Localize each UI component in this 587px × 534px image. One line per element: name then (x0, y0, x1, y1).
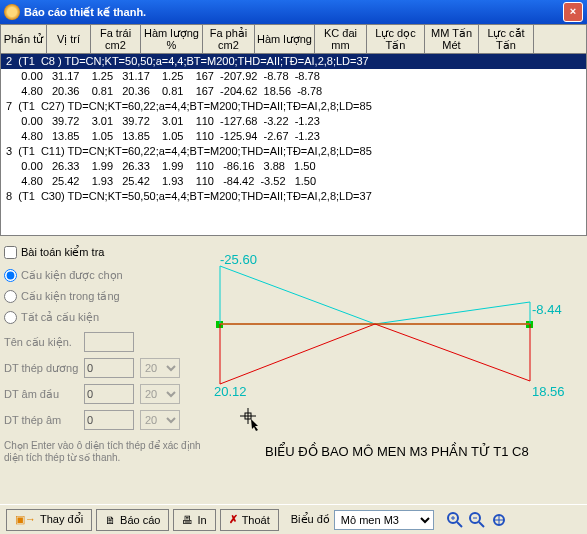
exit-button[interactable]: ✗ Thoát (220, 509, 279, 531)
label-f2: DT âm đầu (4, 388, 84, 401)
table-row[interactable]: 4.80 20.36 0.81 20.36 0.81 167 -204.62 1… (1, 84, 586, 99)
series-bot (220, 324, 530, 384)
label-ten: Tên cấu kiện. (4, 336, 84, 349)
dd-f3: 20 (140, 410, 180, 430)
chart-label-br: 18.56 (532, 384, 565, 399)
col-header[interactable]: Hàm lượng (255, 25, 315, 53)
table-row[interactable]: 2 (T1 C8 ) TD=CN;KT=50,50;a=4,4;BT=M200;… (1, 54, 586, 69)
table-row[interactable]: 8 (T1 C30) TD=CN;KT=50,50;a=4,4;BT=M200;… (1, 189, 586, 204)
col-header[interactable]: Vị trí (47, 25, 91, 53)
radio-option[interactable]: Tất cả cấu kiện (4, 311, 204, 324)
options-panel: Bài toán kiểm tra Cấu kiện được chọnCấu … (4, 242, 204, 464)
cursor-icon (240, 408, 258, 431)
col-header[interactable]: Phần tử (1, 25, 47, 53)
close-icon[interactable]: × (563, 2, 583, 22)
plot-label: Biểu đồ (291, 513, 330, 526)
chart-label-tl: -25.60 (220, 252, 257, 267)
table-row[interactable]: 4.80 25.42 1.93 25.42 1.93 110 -84.42 -3… (1, 174, 586, 189)
input-f1 (84, 358, 134, 378)
col-header[interactable]: Lực cắtTấn (479, 25, 534, 53)
button-bar: ▣→ Thay đổi 🗎 Báo cáo 🖶 In ✗ Thoát Biểu … (0, 504, 587, 534)
table-row[interactable]: 7 (T1 C27) TD=CN;KT=60,22;a=4,4;BT=M200;… (1, 99, 586, 114)
col-header[interactable]: MM TấnMét (425, 25, 479, 53)
change-button[interactable]: ▣→ Thay đổi (6, 509, 92, 531)
input-f2 (84, 384, 134, 404)
col-header[interactable]: Fa phảicm2 (203, 25, 255, 53)
table-row[interactable]: 0.00 39.72 3.01 39.72 3.01 110 -127.68 -… (1, 114, 586, 129)
plot-select[interactable]: Mô men M3 (334, 510, 434, 530)
input-f3 (84, 410, 134, 430)
col-header[interactable]: Fa tráicm2 (91, 25, 141, 53)
zoom-in-icon[interactable] (446, 511, 464, 529)
change-icon: ▣→ (15, 513, 36, 526)
chart-title: BIỂU ĐỒ BAO MÔ MEN M3 PHẦN TỬ T1 C8 (265, 442, 529, 459)
label-f3: DT thép âm (4, 414, 84, 426)
table-row[interactable]: 3 (T1 C11) TD=CN;KT=60,22;a=4,4;BT=M200;… (1, 144, 586, 159)
chart-label-bl: 20.12 (214, 384, 247, 399)
exit-icon: ✗ (229, 513, 238, 526)
radio-option[interactable]: Cấu kiện trong tầng (4, 290, 204, 303)
print-icon: 🖶 (182, 514, 193, 526)
radio-input[interactable] (4, 269, 17, 282)
chart-label-tr: -8.44 (532, 302, 562, 317)
checkbox-label: Bài toán kiểm tra (21, 246, 104, 259)
col-header[interactable]: KC đaimm (315, 25, 367, 53)
table-row[interactable]: 4.80 13.85 1.05 13.85 1.05 110 -125.94 -… (1, 129, 586, 144)
dd-f1: 20 (140, 358, 180, 378)
radio-option[interactable]: Cấu kiện được chọn (4, 269, 204, 282)
input-ten (84, 332, 134, 352)
radio-input[interactable] (4, 311, 17, 324)
col-header[interactable]: Hàm lượng% (141, 25, 203, 53)
radio-label: Cấu kiện trong tầng (21, 290, 120, 303)
radio-input[interactable] (4, 290, 17, 303)
radio-label: Cấu kiện được chọn (21, 269, 123, 282)
grid-header: Phần tửVị tríFa tráicm2Hàm lượng%Fa phải… (1, 25, 586, 54)
label-f1: DT thép dương (4, 362, 84, 375)
series-top (220, 266, 530, 324)
svg-line-8 (479, 522, 484, 527)
report-icon: 🗎 (105, 514, 116, 526)
data-grid: Phần tửVị tríFa tráicm2Hàm lượng%Fa phải… (0, 24, 587, 236)
dd-f2: 20 (140, 384, 180, 404)
app-icon (4, 4, 20, 20)
radio-label: Tất cả cấu kiện (21, 311, 99, 324)
zoom-out-icon[interactable] (468, 511, 486, 529)
col-header[interactable]: Lực dọcTấn (367, 25, 425, 53)
checkbox-input[interactable] (4, 246, 17, 259)
hint-text: Chọn Enter vào ô diện tích thép để xác đ… (4, 440, 204, 464)
moment-chart: -25.60 -8.44 20.12 18.56 BIỂU ĐỒ BAO MÔ … (210, 246, 580, 476)
table-row[interactable]: 0.00 26.33 1.99 26.33 1.99 110 -86.16 3.… (1, 159, 586, 174)
svg-line-4 (457, 522, 462, 527)
checkbox-kiemtra[interactable]: Bài toán kiểm tra (4, 246, 204, 259)
zoom-fit-icon[interactable] (490, 511, 508, 529)
print-button[interactable]: 🖶 In (173, 509, 215, 531)
window-title: Báo cáo thiết kế thanh. (24, 6, 146, 19)
titlebar: Báo cáo thiết kế thanh. × (0, 0, 587, 24)
table-row[interactable]: 0.00 31.17 1.25 31.17 1.25 167 -207.92 -… (1, 69, 586, 84)
grid-body[interactable]: 2 (T1 C8 ) TD=CN;KT=50,50;a=4,4;BT=M200;… (1, 54, 586, 236)
report-button[interactable]: 🗎 Báo cáo (96, 509, 169, 531)
